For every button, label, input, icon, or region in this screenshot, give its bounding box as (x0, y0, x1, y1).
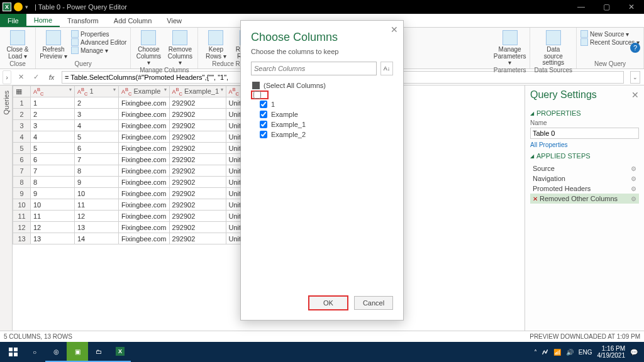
cell[interactable]: 2 (31, 109, 75, 120)
cell[interactable]: 292902 (169, 188, 226, 199)
cell[interactable]: 3 (75, 109, 119, 120)
cell[interactable]: 9 (31, 188, 75, 199)
cell[interactable]: 4 (31, 131, 75, 143)
manage-button[interactable]: Manage ▾ (71, 47, 126, 54)
table-row[interactable]: 111112Fixingbee.com292902Unite (13, 211, 258, 222)
row-header[interactable]: 7 (13, 165, 31, 177)
checkbox-icon[interactable] (253, 91, 261, 99)
task-chrome[interactable]: ◎ (45, 342, 67, 362)
cell[interactable]: Fixingbee.com (119, 233, 170, 244)
queries-expand-button[interactable]: › (3, 70, 11, 84)
table-row[interactable]: 778Fixingbee.com292902Unite (13, 165, 258, 177)
cell[interactable]: 13 (75, 222, 119, 233)
tab-transform[interactable]: Transform (60, 14, 106, 27)
table-row[interactable]: 889Fixingbee.com292902Unite (13, 177, 258, 188)
cell[interactable]: 292902 (169, 165, 226, 177)
gear-icon[interactable]: ⚙ (631, 175, 636, 182)
tray-wifi-icon[interactable]: 📶 (553, 349, 561, 356)
cell[interactable]: 292902 (169, 109, 226, 120)
keep-rows-button[interactable]: Keep Rows ▾ (202, 29, 230, 60)
cell[interactable]: Fixingbee.com (119, 131, 170, 143)
row-header[interactable]: 9 (13, 188, 31, 199)
cell[interactable]: Fixingbee.com (119, 109, 170, 120)
col-example2-checkbox[interactable]: Example_2 (251, 129, 393, 140)
task-camtasia[interactable]: ▣ (67, 342, 88, 362)
cell[interactable]: 11 (75, 199, 119, 211)
cancel-formula-icon[interactable]: ✕ (15, 73, 26, 81)
cell[interactable]: 292902 (169, 177, 226, 188)
cell[interactable]: Fixingbee.com (119, 177, 170, 188)
row-header[interactable]: 6 (13, 154, 31, 165)
cell[interactable]: 292902 (169, 143, 226, 154)
down-caret-icon[interactable]: ▾ (25, 4, 28, 10)
remove-columns-button[interactable]: Remove Columns ▾ (166, 29, 194, 67)
fx-icon[interactable]: fx (45, 74, 58, 81)
minimize-button[interactable]: — (569, 0, 594, 14)
table-row[interactable]: 9910Fixingbee.com292902Unite (13, 188, 258, 199)
table-row[interactable]: 223Fixingbee.com292902Unite (13, 109, 258, 120)
cell[interactable]: Fixingbee.com (119, 143, 170, 154)
table-row[interactable]: 121213Fixingbee.com292902Unite (13, 222, 258, 233)
cell[interactable]: 292902 (169, 222, 226, 233)
refresh-preview-button[interactable]: Refresh Preview ▾ (40, 29, 67, 60)
table-row[interactable]: 334Fixingbee.com292902Unite (13, 120, 258, 131)
row-header[interactable]: 3 (13, 120, 31, 131)
cell[interactable]: Fixingbee.com (119, 211, 170, 222)
tab-view[interactable]: View (159, 14, 189, 27)
cell[interactable]: Fixingbee.com (119, 222, 170, 233)
tab-home[interactable]: Home (26, 14, 60, 27)
dialog-close-icon[interactable]: ✕ (391, 25, 398, 35)
dialog-sort-button[interactable]: A↓ (380, 62, 393, 75)
gear-icon[interactable]: ⚙ (631, 185, 636, 192)
col-example1-checkbox[interactable]: Example_1 (251, 119, 393, 129)
cell[interactable]: Fixingbee.com (119, 199, 170, 211)
col-example-checkbox[interactable]: Example (251, 109, 393, 119)
row-header[interactable]: 5 (13, 143, 31, 154)
cell[interactable]: 14 (75, 233, 119, 244)
cell[interactable]: 292902 (169, 97, 226, 109)
cell[interactable]: Fixingbee.com (119, 188, 170, 199)
query-name-input[interactable] (530, 128, 639, 139)
settings-close-icon[interactable]: ✕ (631, 90, 639, 100)
row-header[interactable]: 13 (13, 233, 31, 244)
all-properties-link[interactable]: All Properties (530, 141, 639, 148)
task-explorer[interactable]: 🗀 (88, 342, 109, 362)
cell[interactable]: 1 (31, 97, 75, 109)
cell[interactable]: 12 (31, 222, 75, 233)
cell[interactable]: 4 (75, 120, 119, 131)
applied-steps-header[interactable]: APPLIED STEPS (530, 152, 639, 160)
cell[interactable]: 13 (31, 233, 75, 244)
row-header[interactable]: 1 (13, 97, 31, 109)
cell[interactable]: Fixingbee.com (119, 97, 170, 109)
manage-parameters-button[interactable]: Manage Parameters ▾ (496, 29, 524, 67)
tray-up-icon[interactable]: ˄ (534, 349, 537, 356)
tray-language[interactable]: ENG (579, 349, 592, 356)
data-source-settings-button[interactable]: Data source settings (540, 29, 567, 67)
col-header-2[interactable]: ABC Example▾ (119, 86, 170, 97)
advanced-editor-button[interactable]: Advanced Editor (71, 38, 126, 46)
cell[interactable]: 292902 (169, 233, 226, 244)
col-header-1[interactable]: ABC 1▾ (75, 86, 119, 97)
row-header[interactable]: 2 (13, 109, 31, 120)
col-header-0[interactable]: ABC ▾ (31, 86, 75, 97)
tab-add-column[interactable]: Add Column (106, 14, 160, 27)
col-1-checkbox[interactable]: 1 (251, 99, 393, 109)
tray-battery-icon[interactable]: 🗲 (542, 349, 548, 356)
row-header[interactable]: 8 (13, 177, 31, 188)
col-header-3[interactable]: ABC Example_1▾ (169, 86, 226, 97)
gear-icon[interactable]: ⚙ (631, 195, 636, 202)
cell[interactable]: 8 (31, 177, 75, 188)
table-row[interactable]: 556Fixingbee.com292902Unite (13, 143, 258, 154)
cell[interactable]: 6 (31, 154, 75, 165)
checkbox-icon[interactable] (260, 121, 267, 128)
gear-icon[interactable]: ⚙ (631, 165, 636, 172)
cell[interactable]: Fixingbee.com (119, 120, 170, 131)
close-button[interactable]: ✕ (619, 0, 644, 14)
properties-button[interactable]: Properties (71, 30, 126, 38)
row-header[interactable]: 12 (13, 222, 31, 233)
table-row[interactable]: 445Fixingbee.com292902Unite (13, 131, 258, 143)
cell[interactable]: 5 (31, 143, 75, 154)
cell[interactable]: 2 (75, 97, 119, 109)
tab-file[interactable]: File (0, 14, 26, 27)
cancel-button[interactable]: Cancel (354, 296, 393, 310)
